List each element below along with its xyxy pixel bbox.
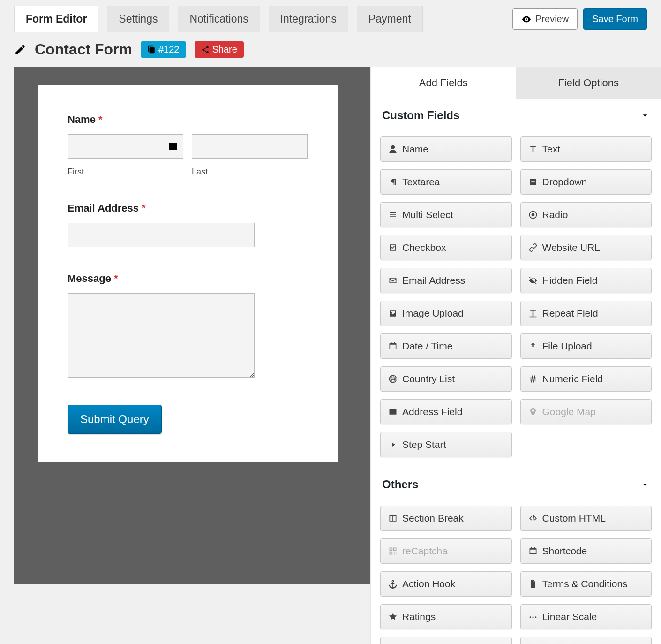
field-button-linear-scale[interactable]: Linear Scale	[520, 604, 652, 629]
field-button-radio[interactable]: Radio	[520, 202, 652, 227]
email-input[interactable]	[68, 223, 255, 247]
first-name-input[interactable]	[68, 134, 183, 159]
field-button-label: Custom HTML	[542, 513, 606, 524]
field-button-custom-html[interactable]: Custom HTML	[520, 506, 652, 531]
field-email[interactable]: Email Address *	[68, 202, 308, 247]
field-button-label: Ratings	[402, 611, 436, 622]
email-label: Email Address *	[68, 202, 308, 214]
field-button-checkbox[interactable]: Checkbox	[380, 235, 512, 260]
field-button-numeric-field[interactable]: Numeric Field	[520, 366, 652, 392]
field-button-action-hook[interactable]: Action Hook	[380, 571, 512, 597]
eye-icon	[521, 14, 532, 24]
paragraph-icon	[388, 177, 398, 187]
field-message[interactable]: Message *	[68, 273, 308, 379]
share-button[interactable]: Share	[195, 41, 244, 58]
field-button-label: Checkbox	[402, 242, 446, 253]
anchor-icon	[388, 579, 398, 589]
field-button-name[interactable]: Name	[380, 136, 512, 162]
save-form-button[interactable]: Save Form	[583, 8, 647, 30]
field-button-label: Name	[402, 144, 428, 155]
tab-form-editor[interactable]: Form Editor	[14, 6, 98, 32]
map-marker-icon	[528, 407, 538, 417]
tab-payment[interactable]: Payment	[357, 6, 423, 32]
id-card-icon	[167, 141, 179, 152]
field-button-label: Email Address	[402, 275, 465, 286]
field-button-label: Google Map	[542, 406, 596, 417]
copy-icon	[147, 45, 156, 54]
field-button-label: Repeat Field	[542, 308, 598, 319]
file-icon	[528, 579, 538, 589]
field-button-checkbox-grid[interactable]: Checkbox Grid	[380, 637, 512, 644]
field-button-label: Website URL	[542, 242, 600, 253]
field-button-repeat-field[interactable]: Repeat Field	[520, 301, 652, 326]
share-label: Share	[212, 44, 237, 55]
field-button-country-list[interactable]: Country List	[380, 366, 512, 392]
field-button-shortcode[interactable]: Shortcode	[520, 538, 652, 564]
link-icon	[528, 243, 538, 252]
field-button-image-upload[interactable]: Image Upload	[380, 301, 512, 326]
name-label: Name *	[68, 114, 308, 126]
last-sublabel: Last	[192, 167, 308, 177]
field-button-label: File Upload	[542, 341, 592, 352]
preview-label: Preview	[535, 14, 569, 24]
field-button-website-url[interactable]: Website URL	[520, 235, 652, 260]
list-icon	[388, 210, 398, 220]
field-button-label: Address Field	[402, 406, 462, 417]
submit-button[interactable]: Submit Query	[68, 405, 162, 434]
last-name-input[interactable]	[192, 134, 308, 159]
section-custom-fields[interactable]: Custom Fields	[371, 99, 661, 129]
field-button-hidden-field[interactable]: Hidden Field	[520, 268, 652, 293]
sidebar-tab-field-options[interactable]: Field Options	[516, 67, 661, 99]
field-button-step-start[interactable]: Step Start	[380, 432, 512, 457]
field-button-multi-select[interactable]: Multi Select	[380, 202, 512, 227]
pencil-icon[interactable]	[14, 44, 26, 56]
section-title-others: Others	[382, 478, 418, 491]
envelope-icon	[388, 276, 398, 285]
field-button-google-map: Google Map	[520, 399, 652, 424]
field-button-multiple-choice-grid[interactable]: Multiple Choice Grid	[520, 637, 652, 644]
star-icon	[388, 612, 398, 621]
tab-settings[interactable]: Settings	[107, 6, 169, 32]
message-textarea[interactable]	[68, 293, 255, 378]
preview-button[interactable]: Preview	[512, 8, 578, 30]
field-button-email-address[interactable]: Email Address	[380, 268, 512, 293]
field-button-dropdown[interactable]: Dropdown	[520, 169, 652, 195]
section-others[interactable]: Others	[371, 469, 661, 498]
tab-notifications[interactable]: Notifications	[178, 6, 260, 32]
caret-square-icon	[528, 177, 538, 187]
tab-integrations[interactable]: Integrations	[269, 6, 348, 32]
field-button-label: Image Upload	[402, 308, 464, 319]
field-button-label: Hidden Field	[542, 275, 598, 286]
form-title[interactable]: Contact Form	[35, 41, 132, 58]
chevron-down-icon	[640, 111, 650, 120]
field-button-ratings[interactable]: Ratings	[380, 604, 512, 629]
chevron-down-icon	[640, 480, 650, 489]
share-icon	[201, 45, 210, 54]
field-button-address-field[interactable]: Address Field	[380, 399, 512, 424]
field-button-label: Terms & Conditions	[542, 578, 628, 590]
section-title-custom: Custom Fields	[382, 109, 459, 122]
field-button-label: Multi Select	[402, 209, 453, 220]
check-square-icon	[388, 243, 398, 252]
field-button-text[interactable]: Text	[520, 136, 652, 162]
globe-icon	[388, 374, 398, 384]
field-button-recaptcha: reCaptcha	[380, 538, 512, 564]
field-button-label: Action Hook	[402, 578, 455, 590]
step-icon	[388, 440, 398, 449]
field-button-file-upload[interactable]: File Upload	[520, 333, 652, 359]
field-button-label: Radio	[542, 209, 568, 220]
field-button-label: Shortcode	[542, 546, 587, 557]
calendar-icon	[388, 341, 398, 351]
form-id-badge[interactable]: #122	[141, 41, 186, 58]
field-button-section-break[interactable]: Section Break	[380, 506, 512, 531]
code-icon	[528, 514, 538, 523]
field-button-date-time[interactable]: Date / Time	[380, 333, 512, 359]
field-button-terms-conditions[interactable]: Terms & Conditions	[520, 571, 652, 597]
eye-slash-icon	[528, 276, 538, 285]
field-name[interactable]: Name * First Last	[68, 114, 308, 177]
sidebar-tab-add-fields[interactable]: Add Fields	[371, 67, 516, 99]
radio-icon	[528, 210, 538, 220]
form-canvas[interactable]: Name * First Last	[38, 85, 338, 462]
upload-icon	[528, 341, 538, 351]
field-button-textarea[interactable]: Textarea	[380, 169, 512, 195]
